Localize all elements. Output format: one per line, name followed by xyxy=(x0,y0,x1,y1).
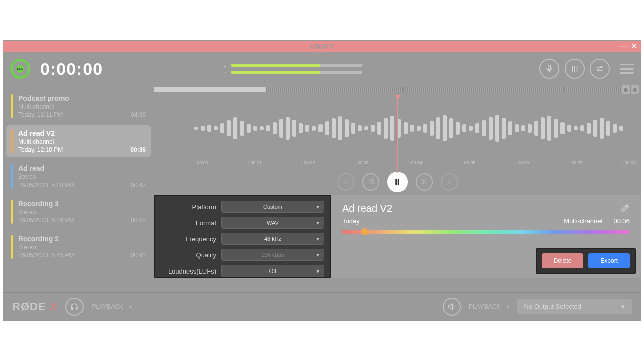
svg-point-1 xyxy=(574,67,575,68)
time-tick: 00:01 xyxy=(248,160,262,165)
color-bar xyxy=(11,235,13,259)
skip-fwd-icon: ↻ xyxy=(447,178,452,186)
edit-title-button[interactable] xyxy=(621,203,630,214)
export-button[interactable]: Export xyxy=(588,253,630,268)
recording-duration: 00:41 xyxy=(131,252,146,259)
speaker-icon xyxy=(447,302,456,311)
sliders-icon xyxy=(570,64,579,73)
action-bar: Delete Export xyxy=(536,248,636,274)
recording-duration: 00:05 xyxy=(131,217,146,224)
recording-duration: 00:47 xyxy=(131,182,146,189)
export-settings-panel: Platform Custom Format WAV Frequency 48 … xyxy=(154,195,331,278)
rewind-15-button[interactable]: 15 xyxy=(362,173,379,191)
svg-point-2 xyxy=(576,69,577,70)
ruler-scroll-handle[interactable] xyxy=(154,87,266,92)
svg-rect-5 xyxy=(395,179,397,185)
svg-point-3 xyxy=(601,67,602,68)
recording-timestamp: Today, 12:11 PM xyxy=(18,111,126,118)
headphone-monitor-button[interactable] xyxy=(65,298,84,316)
time-tick: 00:05 xyxy=(461,160,475,165)
time-tick: 00:04 xyxy=(408,160,422,165)
output-device-select[interactable]: No Output Selected xyxy=(517,299,632,314)
pencil-icon xyxy=(621,203,630,212)
main-content: ⊕ ⊖ 00:00 00:01 00:02 00:03 00:04 00:05 … xyxy=(154,86,641,292)
level-meters: L R xyxy=(223,63,362,75)
recording-title: Ad read xyxy=(18,164,126,172)
time-tick: 00:06 xyxy=(515,160,529,165)
recording-item[interactable]: Recording 2 Stereo 26/05/2023, 5:45 PM 0… xyxy=(6,231,151,263)
recording-channels: Multi-channel xyxy=(18,103,126,110)
meter-l xyxy=(231,64,362,67)
recording-title: Recording 2 xyxy=(18,235,126,243)
recording-item[interactable]: Podcast promo Multi-channel Today, 12:11… xyxy=(6,90,151,122)
speaker-button[interactable] xyxy=(443,298,461,316)
details-title: Ad read V2 xyxy=(342,203,392,214)
zoom-in-button[interactable]: ⊕ xyxy=(622,85,630,94)
minimize-button[interactable]: — xyxy=(619,41,627,51)
recording-title: Recording 3 xyxy=(18,200,126,208)
mic-icon xyxy=(545,64,554,73)
play-pause-button[interactable] xyxy=(387,172,408,192)
settings-button[interactable] xyxy=(590,59,610,79)
zoom-in-icon: ⊕ xyxy=(624,87,628,93)
menu-button[interactable] xyxy=(620,64,634,74)
color-picker-strip[interactable] xyxy=(342,230,630,234)
settings-slider-icon xyxy=(595,64,604,73)
recording-item[interactable]: Ad read Stereo 26/05/2023, 5:48 PM 00:47 xyxy=(6,160,151,193)
meter-r-label: R xyxy=(223,70,228,75)
svg-point-4 xyxy=(598,70,599,71)
recording-details-panel: Ad read V2 Today Multi-channel 00:36 xyxy=(331,195,641,278)
timeline-ruler[interactable]: ⊕ ⊖ xyxy=(154,86,641,93)
rewind-icon: 15 xyxy=(367,178,374,186)
recording-item[interactable]: Ad read V2 Multi-channel Today, 12:10 PM… xyxy=(6,125,151,157)
pause-icon xyxy=(393,177,402,187)
playback-right-select[interactable]: PLAYBACK xyxy=(469,303,509,310)
footer: RØDE X PLAYBACK PLAYBACK No Output Selec… xyxy=(3,292,641,320)
recording-timer: 0:00:00 xyxy=(40,59,103,79)
waveform-display[interactable]: 00:00 00:01 00:02 00:03 00:04 00:05 00:0… xyxy=(154,93,641,173)
mixer-button[interactable] xyxy=(565,59,585,79)
recording-timestamp: 26/05/2023, 5:45 PM xyxy=(18,252,126,259)
forward-30-button[interactable]: 30 xyxy=(416,173,433,191)
recording-timestamp: Today, 12:10 PM xyxy=(18,146,125,153)
record-button[interactable]: REC xyxy=(10,59,30,79)
platform-label: Platform xyxy=(161,203,216,211)
zoom-out-icon: ⊖ xyxy=(633,87,637,93)
zoom-out-button[interactable]: ⊖ xyxy=(631,85,639,94)
skip-back-icon: ↺ xyxy=(343,178,348,186)
recording-title: Podcast promo xyxy=(18,94,126,102)
recording-channels: Stereo xyxy=(18,173,126,180)
format-select[interactable]: WAV xyxy=(221,217,324,229)
window-controls: — ✕ xyxy=(619,41,638,51)
close-button[interactable]: ✕ xyxy=(630,41,638,51)
color-bar xyxy=(11,129,13,153)
header: REC 0:00:00 L R xyxy=(3,52,641,86)
delete-button[interactable]: Delete xyxy=(542,253,584,268)
skip-end-button[interactable]: ↻ xyxy=(441,173,458,191)
mic-settings-button[interactable] xyxy=(539,59,559,79)
frequency-select[interactable]: 48 kHz xyxy=(221,233,324,245)
skip-start-button[interactable]: ↺ xyxy=(337,173,354,191)
loudness-select[interactable]: Off xyxy=(221,265,324,277)
playback-left-select[interactable]: PLAYBACK xyxy=(92,303,131,310)
details-channels: Multi-channel xyxy=(564,217,602,225)
recording-channels: Stereo xyxy=(18,209,126,216)
meter-l-label: L xyxy=(223,63,228,68)
quality-select[interactable]: 256 kbps xyxy=(221,249,324,261)
recording-channels: Multi-channel xyxy=(18,138,125,145)
format-label: Format xyxy=(161,219,216,227)
recording-title: Ad read V2 xyxy=(18,129,125,137)
svg-point-0 xyxy=(572,70,573,71)
recording-item[interactable]: Recording 3 Stereo 26/05/2023, 5:46 PM 0… xyxy=(6,196,151,228)
app-title: UNIFY xyxy=(310,42,334,50)
platform-select[interactable]: Custom xyxy=(221,201,324,213)
time-tick: 00:02 xyxy=(301,160,315,165)
time-tick: 00:03 xyxy=(355,160,369,165)
details-date: Today xyxy=(342,217,360,225)
recordings-sidebar[interactable]: Podcast promo Multi-channel Today, 12:11… xyxy=(3,86,154,292)
record-dot-icon: REC xyxy=(16,65,24,73)
color-selection-dot[interactable] xyxy=(361,228,368,235)
recording-timestamp: 26/05/2023, 5:46 PM xyxy=(18,217,126,224)
brand-logo: RØDE X xyxy=(12,300,57,313)
recording-duration: 00:36 xyxy=(130,146,146,153)
